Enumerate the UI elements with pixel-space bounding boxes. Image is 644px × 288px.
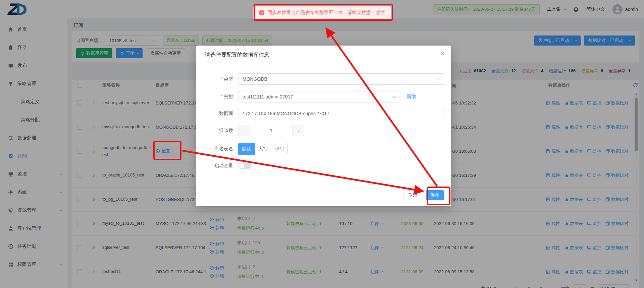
naming-option-大写[interactable]: 大写 [255, 143, 271, 155]
database-input[interactable]: 172.17.104.186-MONGODB-super-27017 [238, 108, 444, 119]
full-start-toggle[interactable] [238, 162, 252, 169]
save-button[interactable]: 保存 [426, 190, 444, 200]
stepper-value[interactable]: 1 [250, 125, 292, 136]
close-icon[interactable]: × [440, 50, 444, 57]
channels-label: 通道数 [196, 128, 233, 134]
error-toast-message: 同步表数量与产品发布表数量不一致，请检查数据一致性 [268, 10, 385, 16]
naming-label: 库名表名 [196, 146, 233, 152]
chevron-down-icon [438, 77, 441, 80]
type-select[interactable]: MONGODB [238, 73, 444, 85]
stepper-plus-button[interactable]: + [292, 125, 304, 136]
database-label: 数据库 [196, 111, 233, 117]
master-label: *主控 [196, 94, 233, 100]
configure-database-dialog: 请选择要配置的数据库信息 × *类型 MONGODB *主控 test11111… [196, 46, 451, 206]
full-start-label: 启动全量 [196, 163, 233, 169]
add-master-link[interactable]: 新增 [407, 94, 416, 100]
cancel-button[interactable]: 取消 [404, 190, 422, 200]
error-toast: × 同步表数量与产品发布表数量不一致，请检查数据一致性 [253, 6, 391, 19]
master-select[interactable]: test111111-admin-27017 [238, 91, 399, 102]
chevron-down-icon [392, 95, 396, 98]
channels-stepper: − 1 + [238, 125, 304, 136]
naming-option-默认[interactable]: 默认 [238, 143, 255, 155]
type-label: *类型 [196, 76, 233, 82]
stepper-minus-button[interactable]: − [238, 125, 250, 136]
naming-option-小写[interactable]: 小写 [271, 143, 288, 155]
error-icon: × [259, 10, 265, 15]
naming-segmented: 默认大写小写 [238, 143, 288, 155]
dialog-title: 请选择要配置的数据库信息 [205, 52, 269, 59]
